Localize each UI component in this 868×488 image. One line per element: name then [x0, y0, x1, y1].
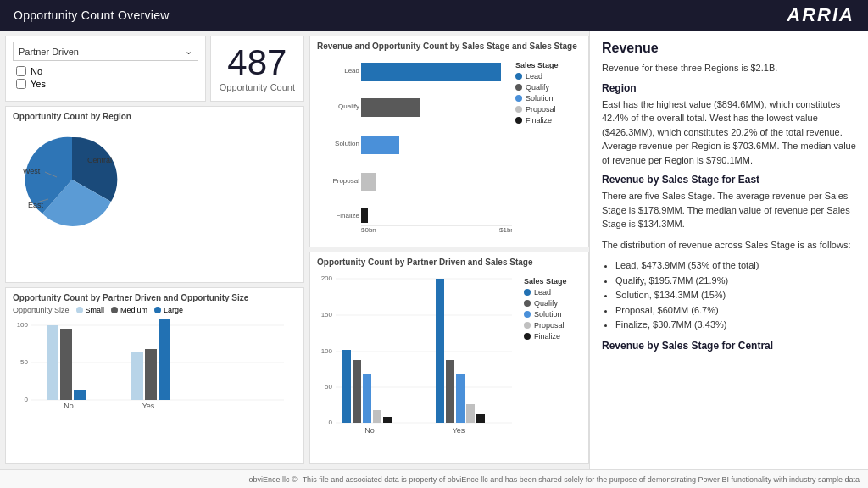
revenue-chart-title: Revenue and Opportunity Count by Sales S… [317, 42, 581, 51]
narrative-intro: Revenue for these three Regions is $2.1B… [602, 61, 856, 75]
list-item-qualify: Qualify, $195.7MM (21.9%) [615, 274, 856, 289]
chevron-down-icon: ⌄ [185, 46, 192, 57]
legend-finalize: Finalize [515, 116, 559, 125]
filter-no-label: No [31, 66, 42, 76]
footer: obviEnce llc © This file and associated … [0, 469, 868, 488]
list-item-solution: Solution, $134.3MM (15%) [615, 288, 856, 303]
list-item-finalize: Finalize, $30.7MM (3.43%) [615, 318, 856, 333]
upper-left-section: Partner Driven ⌄ No Yes 487 Opp [5, 36, 304, 102]
partner-stage-chart-title: Opportunity Count by Partner Driven and … [317, 258, 581, 267]
svg-text:$0bn: $0bn [361, 226, 376, 232]
svg-text:Finalize: Finalize [336, 212, 359, 219]
narrative-east-intro: There are five Sales Stage. The average … [602, 189, 856, 231]
svg-text:100: 100 [17, 321, 29, 329]
svg-text:50: 50 [20, 358, 28, 366]
narrative-heading: Revenue [602, 41, 856, 56]
legend-title-lower: Sales Stage [524, 277, 567, 286]
legend-small: Small [76, 306, 105, 314]
checkbox-no[interactable] [16, 66, 26, 76]
svg-text:Yes: Yes [453, 426, 465, 435]
filter-dropdown[interactable]: Partner Driven ⌄ [13, 42, 198, 61]
bar-no-medium [60, 329, 72, 400]
bar-no-small [47, 325, 58, 400]
bar-solution [361, 136, 399, 154]
svg-text:200: 200 [321, 274, 333, 282]
legend-finalize-lower: Finalize [524, 332, 567, 341]
list-item-proposal: Proposal, $60MM (6.7%) [615, 303, 856, 319]
svg-rect-34 [446, 360, 454, 423]
sales-stage-legend-lower: Sales Stage Lead Qualify Solution Propos… [524, 270, 567, 341]
main-content: Partner Driven ⌄ No Yes 487 Opp [0, 30, 868, 469]
legend-qualify: Qualify [515, 83, 559, 92]
legend-proposal-lower: Proposal [524, 321, 567, 330]
svg-text:$1bn: $1bn [499, 226, 512, 232]
legend-large: Large [154, 306, 183, 314]
svg-text:No: No [64, 402, 74, 410]
brand-logo: ARRIA [787, 4, 854, 26]
bar-yes-large [159, 319, 170, 400]
pie-label-east: East [28, 201, 44, 209]
legend-medium: Medium [111, 306, 147, 314]
narrative-central-heading: Revenue by Sales Stage for Central [602, 340, 856, 352]
narrative-region-text: East has the highest value ($894.6MM), w… [602, 97, 856, 168]
pie-label-west: West [23, 167, 41, 175]
bar-proposal [361, 173, 376, 191]
app-header: Opportunity Count Overview ARRIA [0, 0, 868, 30]
legend-title-upper: Sales Stage [515, 61, 559, 69]
svg-rect-28 [342, 350, 351, 423]
svg-text:150: 150 [321, 311, 333, 319]
region-pie-chart: Central East West [13, 125, 131, 235]
svg-text:Yes: Yes [142, 402, 155, 410]
bar-finalize [361, 208, 368, 223]
svg-text:Proposal: Proposal [332, 177, 359, 185]
footer-brand: obviEnce llc © [248, 475, 297, 484]
footer-disclaimer: This file and associated data is propert… [303, 475, 860, 484]
svg-text:0: 0 [329, 419, 333, 426]
partner-stage-chart-section: Opportunity Count by Partner Driven and … [309, 252, 589, 464]
middle-panel: Revenue and Opportunity Count by Sales S… [309, 30, 589, 469]
partner-size-bar-chart: 100 50 0 No Yes [13, 317, 292, 410]
revenue-sales-stage-chart: Revenue and Opportunity Count by Sales S… [309, 36, 589, 247]
svg-rect-35 [456, 374, 465, 423]
svg-text:100: 100 [321, 347, 333, 355]
partner-size-chart-title: Opportunity Count by Partner Driven and … [13, 293, 297, 302]
bar-yes-small [131, 352, 143, 400]
svg-text:50: 50 [325, 383, 332, 391]
kpi-number: 487 [227, 45, 287, 80]
svg-rect-29 [353, 360, 361, 423]
filter-option-yes[interactable]: Yes [16, 79, 195, 89]
svg-rect-37 [476, 414, 485, 423]
kpi-box: 487 Opportunity Count [210, 36, 304, 102]
svg-text:Lead: Lead [344, 67, 359, 75]
bar-qualify [361, 98, 420, 117]
partner-stage-bar-chart: 200 150 100 50 0 [317, 270, 520, 435]
svg-text:Qualify: Qualify [338, 103, 359, 110]
sales-stage-legend-upper: Sales Stage Lead Qualify Solution Propos… [515, 54, 559, 125]
left-panel: Partner Driven ⌄ No Yes 487 Opp [0, 30, 309, 469]
svg-rect-31 [373, 410, 381, 423]
legend-qualify-lower: Qualify [524, 299, 567, 308]
revenue-bar-chart-svg: Lead Qualify Solution Proposal Finalize [317, 54, 512, 232]
legend-solution: Solution [515, 94, 559, 103]
legend-solution-lower: Solution [524, 310, 567, 319]
filter-section: Partner Driven ⌄ No Yes [5, 36, 206, 102]
svg-text:0: 0 [25, 396, 29, 403]
bar-no-large [74, 390, 86, 400]
list-item-lead: Lead, $473.9MM (53% of the total) [615, 258, 856, 274]
svg-rect-36 [466, 404, 475, 423]
filter-yes-label: Yes [31, 79, 46, 89]
region-pie-chart-section: Opportunity Count by Region Central East… [5, 106, 304, 283]
narrative-panel: Revenue Revenue for these three Regions … [589, 30, 868, 469]
filter-label: Partner Driven [19, 47, 79, 57]
bar-yes-medium [145, 349, 157, 400]
narrative-east-heading: Revenue by Sales Stage for East [602, 174, 856, 186]
page-title: Opportunity Count Overview [14, 8, 170, 22]
partner-size-chart-section: Opportunity Count by Partner Driven and … [5, 287, 304, 464]
svg-text:No: No [364, 426, 375, 435]
legend-lead: Lead [515, 72, 559, 80]
checkbox-yes[interactable] [16, 79, 26, 89]
narrative-region-heading: Region [602, 82, 856, 94]
narrative-east-dist: The distribution of revenue across Sales… [602, 238, 856, 252]
filter-checkboxes: No Yes [13, 64, 198, 91]
filter-option-no[interactable]: No [16, 66, 195, 76]
